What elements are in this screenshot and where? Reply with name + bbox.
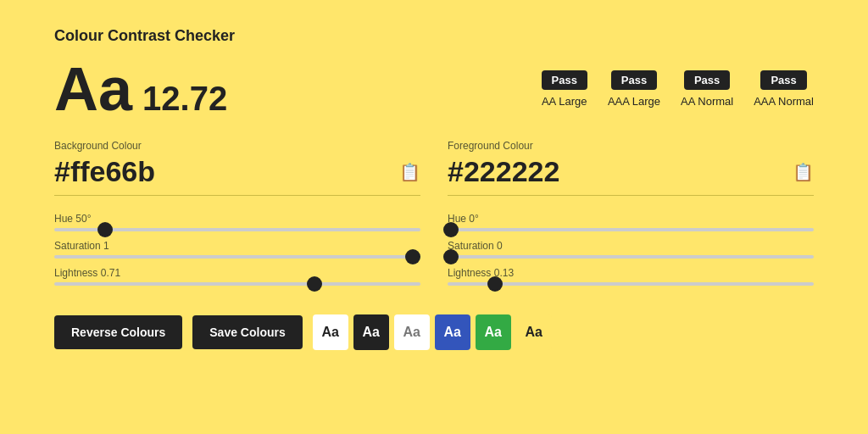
top-section: Aa 12.72 Pass AA Large Pass AAA Large Pa… <box>54 58 814 120</box>
background-hex[interactable]: #ffe66b <box>54 155 155 188</box>
foreground-hex[interactable]: #222222 <box>448 155 559 188</box>
foreground-copy-icon[interactable]: 📋 <box>793 162 814 182</box>
badge-aa-normal-label: AA Normal <box>681 95 733 108</box>
ratio-display: Aa 12.72 <box>54 58 227 120</box>
fg-saturation-thumb[interactable] <box>443 249 459 264</box>
fg-saturation-label: Saturation 0 <box>448 240 814 252</box>
badge-aa-large: Pass AA Large <box>542 70 587 108</box>
bg-hue-track[interactable] <box>54 228 420 231</box>
background-sliders: Hue 50° Saturation 1 Lightness 0.71 <box>54 213 420 294</box>
badge-aaa-large-status: Pass <box>611 70 657 90</box>
foreground-colour-value-row: #222222 📋 <box>448 155 814 188</box>
background-colour-value-row: #ffe66b 📋 <box>54 155 420 188</box>
swatch-white-gray[interactable]: Aa <box>394 314 430 350</box>
bg-hue-row: Hue 50° <box>54 213 420 231</box>
swatch-green-white[interactable]: Aa <box>476 314 511 350</box>
fg-saturation-row: Saturation 0 <box>448 240 814 259</box>
swatch-blue-white[interactable]: Aa <box>435 314 470 350</box>
fg-saturation-track[interactable] <box>448 255 814 259</box>
fg-hue-label: Hue 0° <box>448 213 814 225</box>
ratio-aa-label: Aa <box>54 58 132 120</box>
fg-lightness-thumb[interactable] <box>487 276 503 292</box>
fg-hue-row: Hue 0° <box>448 213 814 231</box>
badge-aa-normal-status: Pass <box>684 70 730 90</box>
fg-hue-track[interactable] <box>448 228 814 231</box>
reverse-colours-button[interactable]: Reverse Colours <box>54 315 182 349</box>
foreground-colour-label: Foreground Colour <box>448 140 814 152</box>
badge-aaa-large-label: AAA Large <box>608 95 660 108</box>
fg-lightness-row: Lightness 0.13 <box>448 267 814 286</box>
badge-aa-large-label: AA Large <box>542 95 587 108</box>
sliders-section: Hue 50° Saturation 1 Lightness 0.71 <box>54 213 814 294</box>
bg-lightness-label: Lightness 0.71 <box>54 267 420 279</box>
foreground-sliders: Hue 0° Saturation 0 Lightness 0.13 <box>448 213 814 294</box>
save-colours-button[interactable]: Save Colours <box>192 315 302 349</box>
bg-saturation-track[interactable] <box>54 255 420 259</box>
background-colour-label: Background Colour <box>54 140 420 152</box>
swatch-dark-white[interactable]: Aa <box>353 314 389 350</box>
badge-aa-large-status: Pass <box>542 70 587 90</box>
bg-lightness-row: Lightness 0.71 <box>54 267 420 286</box>
swatch-white-dark[interactable]: Aa <box>313 314 348 350</box>
foreground-colour-section: Foreground Colour #222222 📋 <box>448 140 814 196</box>
badge-aaa-large: Pass AAA Large <box>608 70 660 108</box>
bg-saturation-row: Saturation 1 <box>54 240 420 259</box>
swatch-buttons: Aa Aa Aa Aa Aa Aa <box>313 314 552 350</box>
badge-aaa-normal-status: Pass <box>760 70 806 90</box>
fg-hue-thumb[interactable] <box>443 222 459 237</box>
badge-aaa-normal-label: AAA Normal <box>754 95 814 108</box>
bg-saturation-thumb[interactable] <box>405 249 420 264</box>
background-colour-section: Background Colour #ffe66b 📋 <box>54 140 420 196</box>
bg-hue-thumb[interactable] <box>97 222 113 237</box>
bottom-row: Reverse Colours Save Colours Aa Aa Aa Aa… <box>54 314 814 350</box>
bg-lightness-thumb[interactable] <box>307 276 322 292</box>
page-title: Colour Contrast Checker <box>54 27 814 45</box>
badge-aaa-normal: Pass AAA Normal <box>754 70 814 108</box>
swatch-yellow-dark[interactable]: Aa <box>516 314 552 350</box>
badges-row: Pass AA Large Pass AAA Large Pass AA Nor… <box>542 70 814 108</box>
ratio-value: 12.72 <box>142 80 227 118</box>
colour-inputs: Background Colour #ffe66b 📋 Foreground C… <box>54 140 814 196</box>
bg-lightness-track[interactable] <box>54 282 420 286</box>
fg-lightness-label: Lightness 0.13 <box>448 267 814 279</box>
fg-lightness-track[interactable] <box>448 282 814 286</box>
bg-saturation-label: Saturation 1 <box>54 240 420 252</box>
badge-aa-normal: Pass AA Normal <box>681 70 733 108</box>
background-copy-icon[interactable]: 📋 <box>399 162 420 182</box>
